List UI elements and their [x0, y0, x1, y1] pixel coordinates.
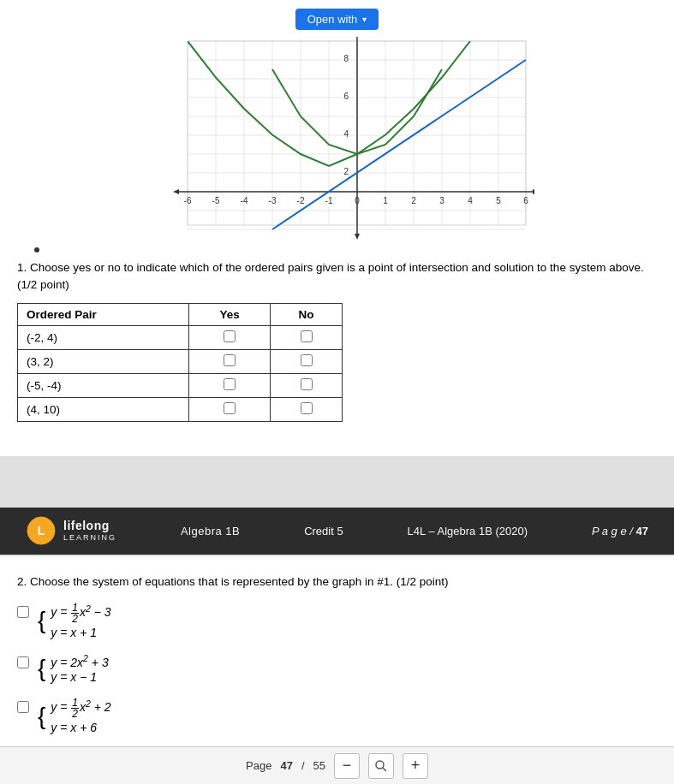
system-lines-0: y = 12x2 − 3 y = x + 1	[51, 603, 110, 639]
brace-system-1: { y = 2x2 + 3 y = x − 1	[38, 653, 109, 685]
footer-logo: L lifelong LEARNING	[26, 515, 116, 546]
yes-cell[interactable]	[189, 349, 271, 373]
y-axis-down-arrow	[355, 234, 360, 240]
col-header-no: No	[271, 303, 343, 325]
zoom-out-button[interactable]: −	[334, 753, 360, 779]
open-with-label: Open with	[307, 13, 358, 26]
pair-cell: (4, 10)	[18, 397, 189, 421]
open-with-button[interactable]: Open with ▾	[295, 9, 379, 30]
footer-brand: lifelong	[63, 518, 116, 533]
no-checkbox-0[interactable]	[301, 330, 313, 342]
yes-checkbox-1[interactable]	[224, 354, 236, 366]
col-header-pair: Ordered Pair	[18, 303, 189, 325]
ordered-pairs-table: Ordered Pair Yes No (-2, 4) (3, 2) (-5, …	[17, 303, 343, 422]
graph-svg: -6 -5 -4 -3 -2 -1 0 1 2 3 4 5 6 x 8 6 4 …	[140, 37, 534, 242]
no-checkbox-2[interactable]	[301, 378, 313, 390]
system-line1-1: y = 2x2 + 3	[51, 653, 108, 669]
lifelong-logo-icon: L	[26, 515, 57, 546]
footer-credit: Credit 5	[304, 525, 343, 538]
brace-system-2: { y = 12x2 + 2 y = x + 6	[38, 698, 111, 734]
brace-1: {	[38, 656, 45, 680]
svg-point-46	[376, 761, 384, 769]
svg-text:0: 0	[355, 196, 360, 205]
svg-text:-5: -5	[212, 196, 219, 205]
yes-checkbox-3[interactable]	[224, 402, 236, 414]
brace-2: {	[38, 704, 45, 728]
svg-text:-2: -2	[296, 196, 304, 205]
choice-item-0: { y = 12x2 − 3 y = x + 1	[17, 603, 657, 639]
footer-page: P a g e / 47	[592, 525, 648, 538]
choice-checkbox-2[interactable]	[17, 701, 29, 713]
svg-text:3: 3	[439, 196, 444, 205]
zoom-icon	[374, 759, 388, 773]
system-lines-1: y = 2x2 + 3 y = x − 1	[51, 653, 108, 685]
system-line2-0: y = x + 1	[51, 626, 110, 639]
table-row: (4, 10)	[18, 397, 343, 421]
svg-text:5: 5	[496, 196, 501, 205]
svg-text:4: 4	[468, 196, 473, 205]
page-toolbar-total: 55	[313, 759, 325, 772]
question1-text: 1. Choose yes or no to indicate which of…	[17, 259, 657, 294]
system-line1-0: y = 12x2 − 3	[51, 603, 110, 624]
period-dot	[34, 247, 39, 252]
system-lines-2: y = 12x2 + 2 y = x + 6	[51, 698, 110, 734]
svg-text:-4: -4	[240, 196, 248, 205]
pair-cell: (-5, -4)	[18, 373, 189, 397]
footer-course: L4L – Algebra 1B (2020)	[408, 525, 528, 538]
pair-cell: (-2, 4)	[18, 325, 189, 349]
svg-text:-3: -3	[268, 196, 276, 205]
footer-logo-text: lifelong LEARNING	[63, 518, 116, 543]
table-row: (-5, -4)	[18, 373, 343, 397]
ordered-pairs-table-container: Ordered Pair Yes No (-2, 4) (3, 2) (-5, …	[17, 303, 657, 422]
yes-cell[interactable]	[189, 397, 271, 421]
svg-text:1: 1	[383, 196, 388, 205]
col-header-yes: Yes	[189, 303, 271, 325]
page-toolbar-current: 47	[280, 759, 292, 772]
x-axis-arrow	[533, 189, 534, 194]
page-toolbar-label: Page	[246, 759, 271, 772]
yes-cell[interactable]	[189, 325, 271, 349]
no-checkbox-3[interactable]	[301, 402, 313, 414]
svg-text:-6: -6	[183, 196, 191, 205]
zoom-search-button[interactable]	[368, 753, 394, 779]
system-line2-2: y = x + 6	[51, 721, 110, 734]
zoom-in-button[interactable]: +	[403, 753, 428, 779]
open-with-bar: Open with ▾	[17, 9, 657, 30]
svg-text:6: 6	[523, 196, 528, 205]
open-with-chevron: ▾	[362, 15, 367, 24]
question2-text: 2. Choose the system of equations that i…	[17, 573, 657, 591]
brace-0: {	[38, 609, 45, 633]
choice-item-2: { y = 12x2 + 2 y = x + 6	[17, 698, 657, 734]
yes-checkbox-0[interactable]	[224, 330, 236, 342]
no-cell[interactable]	[271, 397, 343, 421]
graph-container: -6 -5 -4 -3 -2 -1 0 1 2 3 4 5 6 x 8 6 4 …	[140, 37, 534, 242]
svg-text:2: 2	[411, 196, 416, 205]
yes-cell[interactable]	[189, 373, 271, 397]
choice-checkbox-0[interactable]	[17, 606, 29, 618]
svg-text:L: L	[38, 524, 45, 538]
svg-text:4: 4	[343, 129, 349, 139]
svg-text:-1: -1	[325, 196, 332, 205]
page-toolbar: Page 47 / 55 − +	[0, 746, 674, 784]
pair-cell: (3, 2)	[18, 349, 189, 373]
system-line1-2: y = 12x2 + 2	[51, 698, 110, 719]
no-cell[interactable]	[271, 325, 343, 349]
svg-text:2: 2	[343, 167, 349, 176]
no-checkbox-1[interactable]	[301, 354, 313, 366]
page-top: Open with ▾	[0, 0, 674, 456]
svg-text:8: 8	[343, 54, 349, 63]
svg-line-47	[383, 768, 386, 771]
svg-text:6: 6	[343, 92, 349, 101]
table-row: (3, 2)	[18, 349, 343, 373]
no-cell[interactable]	[271, 373, 343, 397]
footer-brand-sub: LEARNING	[63, 533, 116, 543]
yes-checkbox-2[interactable]	[224, 378, 236, 390]
choice-item-1: { y = 2x2 + 3 y = x − 1	[17, 653, 657, 685]
system-line2-1: y = x − 1	[51, 670, 108, 684]
footer-bar: L lifelong LEARNING Algebra 1B Credit 5 …	[0, 508, 674, 555]
page-toolbar-sep: /	[301, 759, 305, 772]
table-row: (-2, 4)	[18, 325, 343, 349]
no-cell[interactable]	[271, 349, 343, 373]
choice-checkbox-1[interactable]	[17, 656, 29, 668]
footer-subject: Algebra 1B	[181, 525, 240, 538]
